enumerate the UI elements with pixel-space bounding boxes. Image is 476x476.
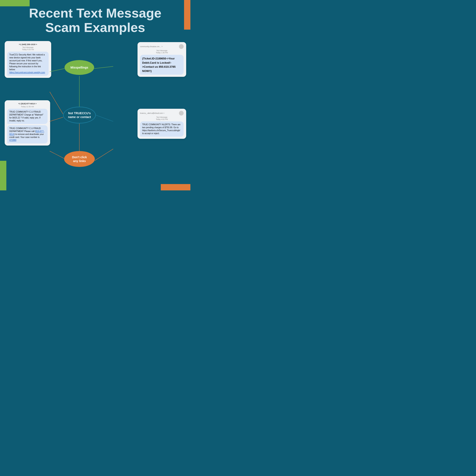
svg-line-3 [50,117,63,121]
svg-line-0 [50,68,65,72]
card-top-right-label: Text Message [140,50,184,52]
card-top-left-label: Text Message [7,46,49,49]
svg-line-4 [96,115,113,121]
card-top-right-time: Today 1:36 PM [140,52,184,54]
card-top-left-time: Today 9:25 AM [7,49,49,51]
card-top-right-bubble: (Ticket.ID-2189650->Your Debit.Card is L… [140,55,184,75]
card-bottom-left: +1 (818) 877-6014 > Today 12:35 AM TRUE … [5,100,50,146]
main-content-area: +1 (445) 255-1019 > Text Message Today 9… [0,39,190,179]
oval-dont-click: Don't click any links [64,151,95,167]
card-bottom-right-time: Today 4:02 PM [140,118,184,120]
card-bottom-right: trueccu_.alert.a@icloud.com > Text Messa… [137,109,186,139]
corner-accent-bottom-right [161,184,190,190]
card-bottom-right-sender: trueccu_.alert.a@icloud.com > [140,112,164,114]
svg-line-6 [95,149,113,161]
card-bottom-right-bubble: TRUE COMMUNITY ALERTS: There are two pen… [140,121,184,137]
avatar-top-right [179,44,184,49]
title-line1: Recent Text Message [29,6,161,20]
card-top-left-sender: +1 (445) 255-1019 > [7,43,49,46]
avatar-bottom-right [179,111,184,116]
card-top-right-sender: community.choaise.cre... > [140,46,163,48]
svg-line-1 [94,67,113,68]
card-top-left-bubble: TrueCCU Security Alert: We noticed a new… [7,52,49,76]
card-bottom-left-time: Today 12:35 AM [7,105,48,108]
card-top-left: +1 (445) 255-1019 > Text Message Today 9… [5,41,51,78]
oval-name-contact: Not TRUECCU's name or contact [63,107,96,123]
title-line2: Scam Examples [45,20,145,35]
card-bottom-left-bubble1: TRUE COMMUNITY C.U FRAUD DEPARTMENT Char… [7,109,48,124]
card-bottom-left-bubble2: TRUE COMMUNITY C.U FRAUD DEPARTMENT Plea… [7,125,48,143]
page-title: Recent Text Message Scam Examples [0,0,190,39]
oval-misspellings: Misspellings [65,60,94,75]
card-bottom-left-sender: +1 (818) 877-6014 > [7,102,48,105]
svg-line-5 [50,151,64,158]
card-top-right: community.choaise.cre... > Text Message … [137,42,186,77]
card-bottom-right-label: Text Message [140,116,184,118]
svg-line-2 [50,92,63,114]
